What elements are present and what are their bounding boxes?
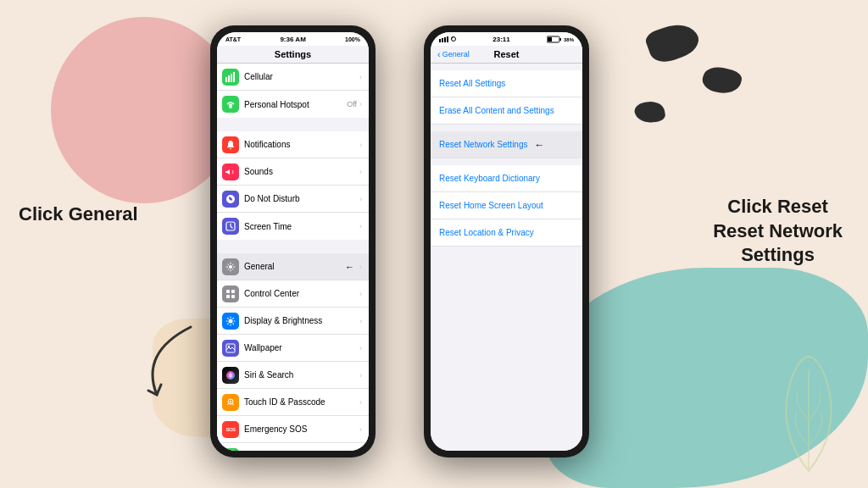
- row-wallpaper[interactable]: Wallpaper ›: [217, 335, 369, 362]
- row-reset-all[interactable]: Reset All Settings: [431, 70, 582, 97]
- phone-left: AT&T 9:36 AM 100% Settings Cellular ›: [210, 25, 376, 458]
- nav-back-button[interactable]: ‹ General: [437, 49, 470, 59]
- reset-list: Reset All Settings Erase All Content and…: [431, 64, 582, 451]
- status-bar-left: AT&T 9:36 AM 100%: [217, 32, 369, 46]
- row-battery[interactable]: Battery ›: [217, 443, 369, 451]
- cellular-chevron: ›: [359, 73, 362, 81]
- section-reset1: Reset All Settings Erase All Content and…: [431, 70, 582, 125]
- section-general: General ← › Control Center ›: [217, 253, 369, 451]
- leaf-decoration: [758, 344, 860, 480]
- svg-rect-28: [548, 37, 552, 42]
- section-reset3: Reset Keyboard Dictionary Reset Home Scr…: [431, 165, 582, 247]
- reset-network-label: Reset Network Settings: [439, 140, 528, 149]
- time-left: 9:36 AM: [280, 36, 305, 43]
- settings-list: Cellular › Personal Hotspot Off ›: [217, 64, 369, 451]
- bg-blob-dark1: [643, 18, 703, 67]
- display-chevron: ›: [359, 317, 362, 325]
- row-sos[interactable]: SOS Emergency SOS ›: [217, 416, 369, 443]
- row-reset-keyboard[interactable]: Reset Keyboard Dictionary: [431, 165, 582, 192]
- controlcenter-chevron: ›: [359, 290, 362, 298]
- sounds-label: Sounds: [244, 167, 359, 176]
- click-general-label: Click General: [19, 203, 138, 225]
- row-cellular[interactable]: Cellular ›: [217, 64, 369, 91]
- controlcenter-label: Control Center: [244, 289, 359, 298]
- phone-right-screen: 23:11 38% ‹ General Reset Reset: [431, 32, 582, 451]
- hotspot-value: Off: [347, 100, 357, 108]
- general-icon: [222, 258, 239, 275]
- click-reset-label: Click Reset Reset Network Settings: [713, 195, 843, 268]
- nav-back-label: General: [442, 50, 470, 58]
- sos-icon: SOS: [222, 421, 239, 438]
- hotspot-icon: [222, 96, 239, 113]
- row-reset-homescreen[interactable]: Reset Home Screen Layout: [431, 192, 582, 219]
- sos-chevron: ›: [359, 425, 362, 434]
- screentime-icon: [222, 218, 239, 235]
- gap-2: [431, 125, 582, 131]
- battery-right: 38%: [547, 36, 574, 43]
- reset-screen: 23:11 38% ‹ General Reset Reset: [431, 32, 582, 451]
- siri-chevron: ›: [359, 371, 362, 380]
- svg-rect-22: [442, 38, 443, 42]
- row-reset-network[interactable]: Reset Network Settings ←: [431, 131, 582, 158]
- settings-screen: AT&T 9:36 AM 100% Settings Cellular ›: [217, 32, 369, 451]
- svg-rect-1: [225, 77, 227, 82]
- svg-point-7: [229, 265, 232, 269]
- display-icon: [222, 313, 239, 330]
- notifications-label: Notifications: [244, 140, 359, 149]
- wallpaper-chevron: ›: [359, 344, 362, 352]
- gap-1: [217, 118, 369, 131]
- screentime-label: Screen Time: [244, 222, 359, 231]
- phone-right: 23:11 38% ‹ General Reset Reset: [424, 25, 589, 458]
- siri-label: Siri & Search: [244, 370, 359, 380]
- sounds-icon: [222, 164, 239, 180]
- siri-icon: [222, 367, 239, 384]
- phone-left-screen: AT&T 9:36 AM 100% Settings Cellular ›: [217, 32, 369, 451]
- network-arrow: ←: [535, 139, 545, 151]
- row-erase-all[interactable]: Erase All Content and Settings: [431, 97, 582, 125]
- cellular-icon: [222, 69, 239, 86]
- hotspot-label: Personal Hotspot: [244, 100, 347, 109]
- status-bar-right: 23:11 38%: [431, 32, 582, 46]
- reset-all-label: Reset All Settings: [439, 79, 505, 88]
- general-chevron: ›: [359, 263, 362, 271]
- svg-rect-2: [228, 75, 230, 82]
- svg-rect-24: [447, 36, 448, 42]
- wallpaper-icon: [222, 340, 239, 357]
- row-notifications[interactable]: Notifications ›: [217, 131, 369, 158]
- gap-top: [431, 64, 582, 70]
- touchid-label: Touch ID & Passcode: [244, 397, 359, 407]
- gap-3: [431, 158, 582, 165]
- svg-rect-4: [233, 72, 235, 82]
- bg-blob-pink: [51, 17, 237, 203]
- battery-left: 100%: [345, 36, 360, 42]
- wallpaper-label: Wallpaper: [244, 343, 359, 352]
- hotspot-chevron: ›: [359, 100, 362, 108]
- svg-rect-11: [231, 295, 235, 298]
- carrier-left: AT&T: [225, 36, 241, 42]
- touchid-chevron: ›: [359, 398, 362, 407]
- row-reset-location[interactable]: Reset Location & Privacy: [431, 219, 582, 247]
- bg-blob-dark3: [633, 99, 666, 125]
- sounds-chevron: ›: [359, 168, 362, 176]
- dnd-chevron: ›: [359, 195, 362, 203]
- row-touchid[interactable]: Touch ID & Passcode ›: [217, 389, 369, 416]
- row-hotspot[interactable]: Personal Hotspot Off ›: [217, 91, 369, 118]
- svg-rect-23: [444, 37, 446, 42]
- svg-rect-10: [226, 295, 230, 298]
- row-siri[interactable]: Siri & Search ›: [217, 362, 369, 389]
- general-label: General: [244, 262, 345, 271]
- row-sounds[interactable]: Sounds ›: [217, 158, 369, 186]
- row-controlcenter[interactable]: Control Center ›: [217, 280, 369, 308]
- row-screentime[interactable]: Screen Time ›: [217, 213, 369, 240]
- erase-all-label: Erase All Content and Settings: [439, 106, 554, 115]
- reset-keyboard-label: Reset Keyboard Dictionary: [439, 174, 540, 183]
- carrier-right: [439, 36, 456, 43]
- row-general[interactable]: General ← ›: [217, 253, 369, 280]
- svg-rect-9: [231, 290, 235, 293]
- row-dnd[interactable]: Do Not Disturb ›: [217, 186, 369, 213]
- nav-bar-right: ‹ General Reset: [431, 46, 582, 64]
- bg-blob-dark2: [700, 64, 743, 98]
- gap-2: [217, 240, 369, 253]
- reset-location-label: Reset Location & Privacy: [439, 228, 534, 237]
- row-display[interactable]: Display & Brightness ›: [217, 308, 369, 335]
